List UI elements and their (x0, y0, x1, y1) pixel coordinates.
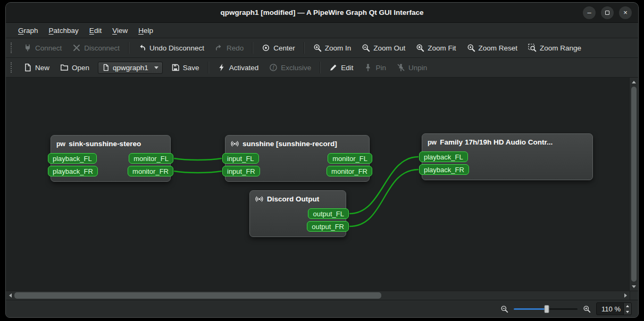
exclusive-label: Exclusive (281, 64, 311, 72)
zoom-slider[interactable] (514, 304, 578, 314)
unpin-label: Unpin (408, 64, 427, 72)
scroll-down-arrow[interactable] (630, 282, 638, 291)
zoom-in-icon (583, 305, 591, 313)
scroll-right-arrow[interactable] (621, 291, 630, 300)
port-input[interactable]: input_FL (222, 153, 259, 164)
undo-disconnect-button[interactable]: Undo Disconnect (133, 41, 209, 55)
port-output[interactable]: monitor_FR (327, 166, 372, 176)
toolbar-separator (208, 62, 209, 73)
zoom-reset-button[interactable]: Zoom Reset (462, 41, 523, 55)
pin-button: Pin (359, 61, 391, 74)
scroll-left-arrow[interactable] (6, 291, 14, 300)
port-input[interactable]: playback_FR (48, 166, 98, 176)
zoom-out-icon (500, 305, 508, 313)
graph-canvas[interactable]: pw sink-sunshine-stereo playback_FL moni… (6, 78, 629, 291)
menu-patchbay[interactable]: Patchbay (44, 25, 83, 36)
vertical-scrollbar[interactable] (629, 78, 638, 291)
scrollbar-corner (630, 291, 638, 300)
center-label: Center (273, 44, 295, 52)
center-button[interactable]: Center (257, 41, 300, 55)
exclusive-icon: f (269, 63, 278, 72)
menu-view[interactable]: View (107, 25, 132, 36)
lightning-icon (218, 63, 226, 72)
session-combobox[interactable]: qpwgraph1 (98, 62, 163, 74)
node-header: sunshine [sunshine-record] (225, 136, 369, 150)
menu-edit[interactable]: Edit (85, 25, 106, 36)
title-bar[interactable]: qpwgraph1 [modified] — A PipeWire Graph … (6, 3, 638, 23)
pipewire-icon: pw (56, 140, 65, 148)
close-button[interactable]: × (619, 6, 632, 19)
port-input[interactable]: playback_FL (419, 151, 468, 162)
toolbar-separator (128, 42, 129, 54)
maximize-button[interactable] (601, 6, 614, 19)
activated-label: Activated (229, 64, 259, 72)
minimize-icon: – (587, 9, 591, 16)
activated-button[interactable]: Activated (213, 61, 264, 74)
redo-icon (215, 44, 223, 52)
status-bar: 110 % (6, 300, 638, 317)
pipewire-icon: pw (428, 139, 436, 146)
zoom-spinbox[interactable]: 110 % (596, 302, 632, 315)
zoom-fit-button[interactable]: Zoom Fit (411, 41, 461, 55)
zoom-spin-buttons (623, 303, 631, 315)
horizontal-scrollbar-track[interactable] (14, 291, 621, 300)
edit-button[interactable]: Edit (324, 61, 358, 74)
menu-help[interactable]: Help (133, 25, 158, 36)
maximize-icon (605, 11, 609, 15)
zoom-slider-handle[interactable] (545, 305, 549, 313)
zoom-out-button[interactable]: Zoom Out (357, 41, 410, 55)
pencil-icon (329, 63, 338, 72)
toolbar-drag-handle[interactable] (11, 62, 13, 73)
toolbar-drag-handle[interactable] (11, 43, 13, 53)
open-folder-icon (60, 63, 69, 72)
new-button[interactable]: New (19, 61, 54, 74)
main-content: pw sink-sunshine-stereo playback_FL moni… (6, 77, 638, 291)
node-header: Discord Output (250, 191, 346, 205)
redo-button: Redo (210, 41, 248, 55)
minimize-button[interactable]: – (583, 6, 596, 19)
toolbar-separator (252, 42, 253, 54)
port-output[interactable]: monitor_FL (129, 153, 173, 164)
zoom-out-label: Zoom Out (373, 44, 405, 52)
menu-bar: Graph Patchbay Edit View Help (6, 23, 638, 38)
horizontal-scrollbar[interactable] (6, 291, 638, 300)
node-ports: output_FL output_FR (250, 205, 346, 236)
zoom-spin-down-button[interactable] (624, 309, 631, 315)
zoom-range-button[interactable]: Zoom Range (523, 41, 586, 55)
port-input[interactable]: input_FR (222, 166, 260, 176)
app-window: qpwgraph1 [modified] — A PipeWire Graph … (5, 2, 639, 318)
zoom-out-icon (362, 44, 370, 52)
zoom-slider-fill (514, 308, 547, 310)
port-input[interactable]: playback_FL (48, 153, 97, 164)
center-icon (262, 44, 270, 52)
zoom-in-label: Zoom In (325, 44, 352, 52)
port-output[interactable]: output_FL (308, 208, 349, 219)
save-button[interactable]: Save (166, 61, 204, 74)
unpin-button: Unpin (392, 61, 432, 74)
port-input[interactable]: playback_FR (419, 164, 469, 175)
exclusive-button: f Exclusive (264, 61, 316, 74)
horizontal-scrollbar-thumb[interactable] (14, 292, 381, 299)
node-discord-output[interactable]: Discord Output output_FL output_FR (249, 190, 346, 237)
connection-wire[interactable] (174, 171, 222, 173)
menu-graph[interactable]: Graph (13, 25, 43, 36)
new-file-icon (23, 63, 32, 72)
node-sink-sunshine-stereo[interactable]: pw sink-sunshine-stereo playback_FL moni… (51, 135, 171, 182)
port-output[interactable]: output_FR (307, 221, 349, 232)
file-toolbar: New Open qpwgraph1 Save (6, 57, 638, 77)
close-icon: × (623, 9, 628, 16)
vertical-scrollbar-thumb[interactable] (631, 87, 637, 282)
connection-wire[interactable] (174, 158, 222, 160)
zoom-spin-up-button[interactable] (624, 303, 631, 309)
graph-toolbar: Connect Disconnect Undo Disconnect Redo (6, 38, 638, 57)
open-button[interactable]: Open (55, 61, 94, 74)
svg-text:f: f (273, 65, 275, 70)
disconnect-label: Disconnect (84, 44, 120, 52)
node-family-hd-audio[interactable]: pw Family 17h/19h HD Audio Contr... play… (422, 133, 593, 180)
scroll-up-arrow[interactable] (630, 78, 638, 86)
port-output[interactable]: monitor_FL (328, 153, 372, 164)
zoom-value[interactable]: 110 % (597, 303, 623, 315)
zoom-in-button[interactable]: Zoom In (308, 41, 356, 55)
node-sunshine[interactable]: sunshine [sunshine-record] input_FL moni… (225, 135, 370, 182)
port-output[interactable]: monitor_FR (128, 166, 173, 176)
